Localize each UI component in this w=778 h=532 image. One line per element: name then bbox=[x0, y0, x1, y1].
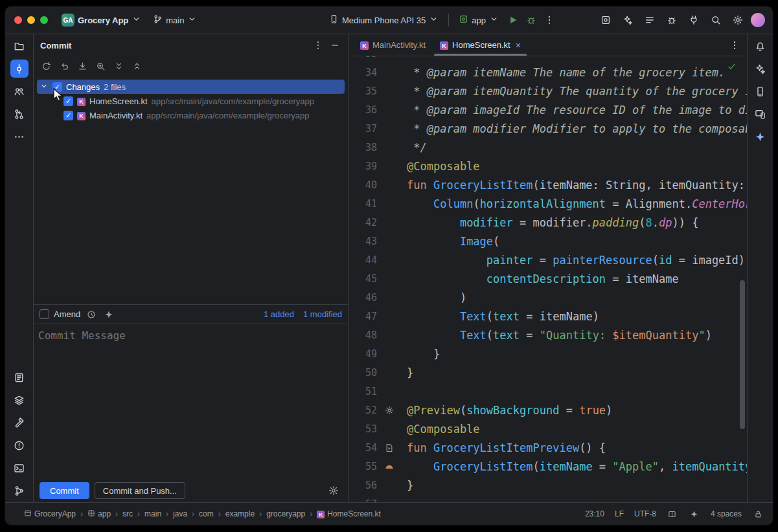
layout-inspector-icon[interactable] bbox=[597, 11, 615, 29]
more-run-options-icon[interactable] bbox=[541, 12, 558, 28]
indent-setting[interactable]: 4 spaces bbox=[711, 509, 742, 518]
show-diff-icon[interactable] bbox=[93, 59, 108, 73]
tab-options-icon[interactable] bbox=[726, 37, 743, 54]
code-line: 55 GroceryListItem(itemName = "Apple", i… bbox=[349, 457, 747, 476]
resource-manager-tool-icon[interactable] bbox=[10, 391, 29, 409]
inspections-ok-icon[interactable] bbox=[727, 61, 737, 73]
changes-group-row[interactable]: ✓ Changes 2 files bbox=[37, 80, 345, 94]
running-devices-icon[interactable] bbox=[751, 105, 770, 123]
commit-message-input[interactable] bbox=[34, 324, 348, 479]
code-line: 37 * @param modifier Modifier to apply t… bbox=[349, 119, 747, 138]
ai-commit-message-icon[interactable] bbox=[102, 308, 115, 321]
build-tool-icon[interactable] bbox=[10, 414, 29, 432]
code-line: 35 * @param itemQuantity The quantity of… bbox=[349, 82, 747, 100]
user-avatar[interactable] bbox=[751, 13, 765, 27]
editor-surface[interactable]: 33 *34 * @param itemName The name of the… bbox=[349, 56, 747, 502]
assistant-sparkle-icon[interactable] bbox=[751, 127, 770, 146]
editor-tab[interactable]: KMainActivity.kt bbox=[353, 34, 433, 56]
expand-all-icon[interactable] bbox=[111, 59, 126, 73]
line-number: 48 bbox=[349, 329, 377, 341]
breadcrumb-item[interactable]: java bbox=[171, 508, 189, 520]
terminal-tool-icon[interactable] bbox=[10, 459, 29, 477]
gutter-dome-icon[interactable] bbox=[377, 462, 402, 471]
left-rail-bottom bbox=[10, 368, 29, 500]
run-configuration-selector[interactable]: app bbox=[454, 12, 503, 28]
line-number: 51 bbox=[349, 386, 377, 397]
problems-tool-icon[interactable] bbox=[10, 436, 29, 454]
line-number: 41 bbox=[349, 198, 377, 210]
breadcrumb-item[interactable]: groceryapp bbox=[264, 508, 307, 520]
breadcrumb-item[interactable]: app bbox=[86, 508, 113, 520]
editor-tab[interactable]: KHomeScreen.kt× bbox=[433, 34, 528, 56]
settings-gear-icon[interactable] bbox=[729, 11, 747, 29]
line-number: 50 bbox=[349, 367, 377, 379]
close-tab-icon[interactable]: × bbox=[516, 41, 521, 50]
code-line: 49 } bbox=[349, 344, 747, 363]
team-tool-icon[interactable] bbox=[10, 82, 29, 100]
breadcrumb-separator: › bbox=[259, 509, 262, 518]
line-separator[interactable]: LF bbox=[615, 509, 624, 518]
changed-file-row[interactable]: ✓KHomeScreen.ktapp/src/main/java/com/exa… bbox=[34, 94, 348, 108]
cursor-position[interactable]: 23:10 bbox=[585, 509, 604, 518]
run-button[interactable] bbox=[505, 12, 521, 28]
amend-checkbox[interactable] bbox=[40, 309, 49, 319]
commit-tool-icon[interactable] bbox=[10, 60, 29, 78]
breadcrumb-item[interactable]: GroceryApp bbox=[22, 508, 78, 520]
project-selector[interactable]: GA Grocery App bbox=[57, 11, 146, 29]
commit-button[interactable]: Commit bbox=[40, 482, 89, 499]
pull-requests-tool-icon[interactable] bbox=[10, 105, 29, 123]
editor-columns-icon[interactable] bbox=[667, 508, 678, 520]
commit-and-push-button[interactable]: Commit and Push... bbox=[95, 482, 185, 499]
breadcrumb-item[interactable]: KHomeScreen.kt bbox=[315, 508, 383, 520]
refresh-icon[interactable] bbox=[39, 59, 53, 73]
editor-scrollbar[interactable] bbox=[740, 280, 745, 429]
shelve-icon[interactable] bbox=[75, 59, 89, 73]
device-selector[interactable]: Medium Phone API 35 bbox=[325, 12, 443, 28]
breadcrumb-item[interactable]: com bbox=[197, 508, 216, 520]
file-path: app/src/main/java/com/example/groceryapp bbox=[146, 111, 309, 120]
panel-options-icon[interactable] bbox=[310, 38, 326, 53]
status-bar: GroceryApp›app›src›main›java›com›example… bbox=[5, 502, 773, 525]
rollback-icon[interactable] bbox=[57, 59, 71, 73]
ai-actions-icon[interactable] bbox=[619, 11, 637, 29]
search-everywhere-icon[interactable] bbox=[707, 11, 725, 29]
ai-status-sparkle-icon[interactable] bbox=[689, 508, 700, 520]
file-checkbox[interactable]: ✓ bbox=[63, 111, 73, 120]
logcat-tool-icon[interactable] bbox=[10, 368, 29, 386]
breadcrumb-item[interactable]: src bbox=[120, 508, 135, 520]
breadcrumb-label: app bbox=[98, 509, 111, 518]
breadcrumb-item[interactable]: main bbox=[143, 508, 163, 520]
changed-file-row[interactable]: ✓KMainActivity.ktapp/src/main/java/com/e… bbox=[34, 108, 348, 122]
changes-group-checkbox[interactable]: ✓ bbox=[52, 82, 62, 92]
notifications-icon[interactable] bbox=[751, 37, 770, 55]
task-list-icon[interactable] bbox=[641, 11, 659, 29]
commit-settings-gear-icon[interactable] bbox=[325, 482, 342, 499]
gemini-icon[interactable] bbox=[751, 60, 770, 78]
device-manager-icon[interactable] bbox=[751, 82, 770, 100]
code-line: 43 Image( bbox=[349, 232, 747, 250]
file-encoding[interactable]: UTF-8 bbox=[634, 509, 656, 518]
commit-panel-title: Commit bbox=[40, 41, 71, 50]
code-line: 38 */ bbox=[349, 138, 747, 157]
breadcrumb-item[interactable]: example bbox=[223, 508, 257, 520]
file-lock-icon[interactable] bbox=[752, 508, 764, 520]
code-line: 36 * @param imageId The resource ID of t… bbox=[349, 100, 747, 119]
gutter-gear-icon[interactable] bbox=[377, 406, 402, 415]
zoom-window-button[interactable] bbox=[40, 16, 48, 24]
gutter-runfile-icon[interactable] bbox=[377, 443, 402, 452]
debug-button[interactable] bbox=[523, 12, 540, 28]
divider bbox=[448, 14, 449, 27]
minimize-window-button[interactable] bbox=[27, 16, 35, 24]
file-checkbox[interactable]: ✓ bbox=[63, 96, 73, 106]
commit-history-clock-icon[interactable] bbox=[85, 308, 98, 321]
project-tool-icon[interactable] bbox=[10, 37, 29, 55]
branch-selector[interactable]: main bbox=[148, 12, 201, 28]
module-icon bbox=[87, 509, 95, 519]
close-window-button[interactable] bbox=[14, 16, 22, 24]
more-tool-windows-icon[interactable] bbox=[10, 127, 29, 146]
hide-panel-icon[interactable] bbox=[327, 38, 343, 53]
collapse-all-icon[interactable] bbox=[130, 59, 144, 73]
device-connect-icon[interactable] bbox=[685, 11, 703, 29]
debugger-icon[interactable] bbox=[663, 11, 681, 29]
version-control-tool-icon[interactable] bbox=[10, 482, 29, 500]
